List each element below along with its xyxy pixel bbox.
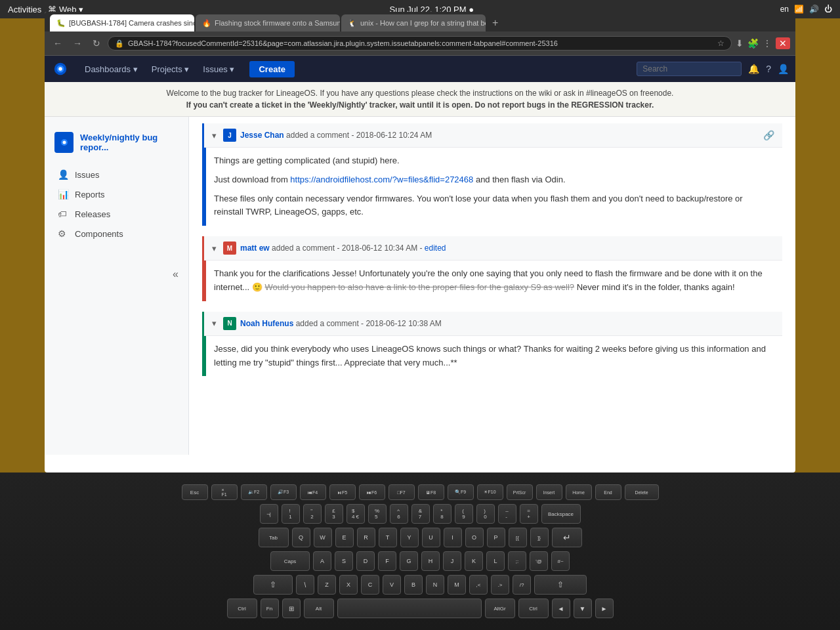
key-end[interactable]: End (595, 484, 621, 500)
browser-tab-3[interactable]: 🐧 unix - How can I grep for a string tha… (341, 14, 486, 32)
key-f10[interactable]: ☀F10 (477, 484, 503, 500)
key-l[interactable]: L (486, 551, 505, 571)
create-button[interactable]: Create (249, 61, 294, 77)
sidebar-item-issues[interactable]: 👤 Issues (45, 165, 188, 184)
browser-tab-1[interactable]: 🐛 [BUGBASH-1784] Camera crashes since la… (50, 14, 194, 32)
key-backslash[interactable]: \ (296, 575, 314, 595)
key-m[interactable]: M (448, 575, 466, 595)
browser-tab-2[interactable]: 🔥 Flashing stock firmware onto a Samsung… (196, 14, 340, 32)
new-tab-btn[interactable]: + (487, 14, 503, 32)
key-0[interactable]: )0 (476, 504, 495, 524)
key-k[interactable]: K (465, 551, 483, 571)
key-home[interactable]: Home (566, 484, 592, 500)
key-t[interactable]: T (379, 528, 397, 547)
forward-button[interactable]: → (70, 37, 85, 50)
comment-mattew-collapse[interactable]: ▾ (212, 243, 217, 253)
key-hash[interactable]: #~ (551, 551, 570, 571)
key-f5[interactable]: ⏯F5 (329, 484, 356, 500)
issues-menu[interactable]: Issues ▾ (198, 62, 240, 77)
key-u[interactable]: U (422, 528, 440, 547)
key-w[interactable]: W (314, 528, 332, 547)
key-f11[interactable]: PrtScr (507, 484, 533, 500)
key-rshift[interactable]: ⇧ (534, 575, 587, 595)
key-5[interactable]: %5 (368, 504, 387, 524)
key-delete[interactable]: Delete (625, 484, 659, 500)
search-input[interactable] (637, 62, 742, 76)
key-down[interactable]: ▼ (574, 598, 592, 618)
key-v[interactable]: V (383, 575, 401, 595)
key-f1[interactable]: ×F1 (211, 484, 238, 500)
address-bar[interactable]: 🔒 GBASH-1784?focusedCommentId=25316&page… (108, 36, 732, 51)
close-browser-btn[interactable]: ✕ (776, 37, 790, 49)
key-esc[interactable]: Esc (182, 484, 208, 500)
key-x[interactable]: X (339, 575, 358, 595)
key-q[interactable]: Q (292, 528, 310, 547)
back-button[interactable]: ← (50, 37, 66, 50)
key-6[interactable]: ^6 (390, 504, 408, 524)
key-enter[interactable]: ↵ (552, 528, 582, 547)
key-comma[interactable]: ,< (469, 575, 488, 595)
key-left[interactable]: ◄ (552, 598, 570, 618)
key-a[interactable]: A (313, 551, 331, 571)
key-semicolon[interactable]: ;: (508, 551, 526, 571)
key-p[interactable]: P (487, 528, 505, 547)
key-grave[interactable]: ¬| (260, 504, 278, 524)
key-f9[interactable]: 🔍F9 (448, 484, 474, 500)
sidebar-item-components[interactable]: ⚙ Components (45, 224, 188, 243)
key-f7[interactable]: □F7 (388, 484, 415, 500)
key-lctrl[interactable]: Ctrl (227, 598, 257, 618)
menu-icon[interactable]: ⋮ (763, 38, 772, 49)
download-icon[interactable]: ⬇ (736, 38, 744, 49)
key-tab[interactable]: Tab (259, 528, 289, 547)
key-lbracket[interactable]: [{ (509, 528, 527, 547)
key-8[interactable]: *8 (433, 504, 452, 524)
key-h[interactable]: H (421, 551, 440, 571)
key-fn[interactable]: Fn (261, 598, 279, 618)
key-f8[interactable]: 🖥F8 (418, 484, 444, 500)
key-slash[interactable]: /? (513, 575, 531, 595)
bookmark-icon[interactable]: ☆ (717, 39, 724, 48)
key-f12[interactable]: Insert (536, 484, 562, 500)
android-filehost-link[interactable]: https://androidfilehost.com/?w=files&fli… (290, 175, 473, 184)
key-super[interactable]: ⊞ (282, 598, 301, 618)
comment-mattew-author[interactable]: matt ew (240, 243, 270, 253)
key-caps[interactable]: Caps (270, 551, 310, 571)
key-rctrl[interactable]: Ctrl (518, 598, 549, 618)
key-period[interactable]: .> (491, 575, 509, 595)
sidebar-project[interactable]: Weekly/nightly bug repor... (45, 127, 188, 158)
key-b[interactable]: B (404, 575, 423, 595)
key-4[interactable]: $4 € (346, 504, 365, 524)
key-lalt[interactable]: Alt (304, 598, 334, 618)
comment-jesse-author[interactable]: Jesse Chan (240, 131, 284, 140)
key-c[interactable]: C (361, 575, 379, 595)
key-lshift[interactable]: ⇧ (253, 575, 293, 595)
key-equals[interactable]: =+ (520, 504, 538, 524)
key-r[interactable]: R (357, 528, 375, 547)
extensions-icon[interactable]: 🧩 (747, 38, 759, 49)
key-i[interactable]: I (444, 528, 462, 547)
key-o[interactable]: O (465, 528, 484, 547)
key-e[interactable]: E (335, 528, 354, 547)
key-right[interactable]: ► (595, 598, 614, 618)
key-1[interactable]: !1 (282, 504, 300, 524)
key-z[interactable]: Z (318, 575, 336, 595)
key-altgr[interactable]: AltGr (485, 598, 515, 618)
projects-menu[interactable]: Projects ▾ (146, 62, 195, 77)
key-f[interactable]: F (378, 551, 396, 571)
key-y[interactable]: Y (400, 528, 419, 547)
key-7[interactable]: &7 (411, 504, 430, 524)
user-avatar-nav[interactable]: 👤 (778, 64, 789, 74)
key-3[interactable]: £3 (325, 504, 343, 524)
key-2[interactable]: "2 (303, 504, 322, 524)
comment-noah-collapse[interactable]: ▾ (212, 318, 217, 328)
key-backspace[interactable]: Backspace (541, 504, 581, 524)
comment-jesse-permalink[interactable]: 🔗 (763, 130, 774, 140)
sidebar-item-reports[interactable]: 📊 Reports (45, 184, 188, 204)
key-f6[interactable]: ⏭F6 (359, 484, 385, 500)
sidebar-item-releases[interactable]: 🏷 Releases (45, 204, 188, 224)
key-f4[interactable]: ⏮F4 (300, 484, 326, 500)
key-j[interactable]: J (443, 551, 461, 571)
key-f2[interactable]: 🔉F2 (241, 484, 267, 500)
dashboards-menu[interactable]: Dashboards ▾ (79, 62, 143, 77)
key-quote[interactable]: '@ (530, 551, 548, 571)
